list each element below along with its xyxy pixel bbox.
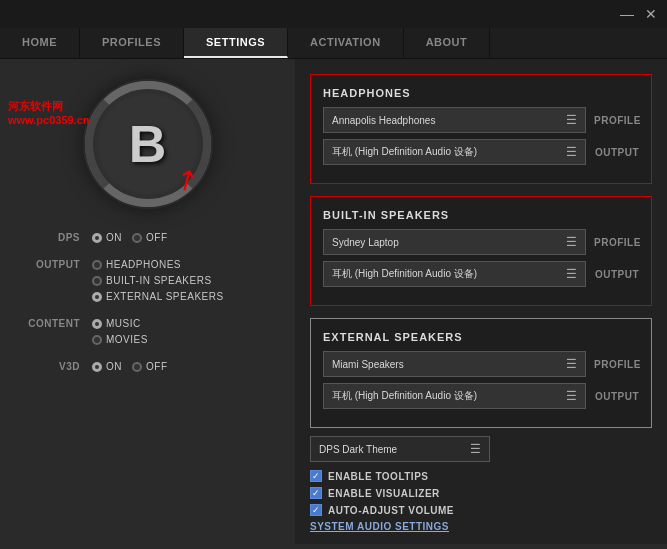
content-music-label: MUSIC (106, 318, 141, 329)
builtin-profile-dropdown-icon: ☰ (566, 235, 577, 249)
content-music-option[interactable]: MUSIC (92, 318, 148, 329)
v3d-on-label: ON (106, 361, 122, 372)
output-external-radio[interactable] (92, 292, 102, 302)
logo-container: B (83, 79, 213, 209)
visualizer-checkbox[interactable]: ✓ (310, 487, 322, 499)
tab-profiles[interactable]: PROFILES (80, 28, 184, 58)
left-panel: 河东软件网 www.pc0359.cn B ↗ DPS ON (0, 59, 295, 544)
v3d-off-option[interactable]: OFF (132, 361, 168, 372)
builtin-profile-value: Sydney Laptop (332, 237, 562, 248)
title-bar: — ✕ (0, 0, 667, 28)
output-radio-group: HEADPHONES BUILT-IN SPEAKERS EXTERNAL SP… (92, 259, 224, 302)
external-output-dropdown[interactable]: 耳机 (High Definition Audio 设备) ☰ (323, 383, 586, 409)
visualizer-checkbox-row: ✓ ENABLE VISUALIZER (310, 487, 652, 499)
visualizer-checkbox-label: ENABLE VISUALIZER (328, 488, 440, 499)
headphones-output-value: 耳机 (High Definition Audio 设备) (332, 145, 562, 159)
v3d-label: V3D (20, 361, 80, 372)
logo-inner-ring: B (98, 94, 198, 194)
builtin-output-row: 耳机 (High Definition Audio 设备) ☰ OUTPUT (323, 261, 639, 287)
autoadjust-checkbox[interactable]: ✓ (310, 504, 322, 516)
headphones-output-dropdown-icon: ☰ (566, 145, 577, 159)
headphones-profile-dropdown[interactable]: Annapolis Headphones ☰ (323, 107, 586, 133)
v3d-on-radio[interactable] (92, 362, 102, 372)
tab-home[interactable]: HOME (0, 28, 80, 58)
tooltips-checkbox-row: ✓ ENABLE TOOLTIPS (310, 470, 652, 482)
nav-tabs: HOME PROFILES SETTINGS ACTIVATION ABOUT (0, 28, 667, 59)
dps-on-label: ON (106, 232, 122, 243)
content-radio-group: MUSIC MOVIES (92, 318, 148, 345)
content-control-row: CONTENT MUSIC MOVIES (20, 315, 275, 348)
content-movies-option[interactable]: MOVIES (92, 334, 148, 345)
builtin-profile-type-label: PROFILE (594, 237, 639, 248)
external-output-dropdown-icon: ☰ (566, 389, 577, 403)
external-speakers-box: EXTERNAL SPEAKERS Miami Speakers ☰ PROFI… (310, 318, 652, 428)
tooltips-check-icon: ✓ (312, 472, 320, 481)
output-external-label: EXTERNAL SPEAKERS (106, 291, 224, 302)
close-button[interactable]: ✕ (643, 6, 659, 22)
theme-dropdown-icon: ☰ (470, 442, 481, 456)
v3d-on-option[interactable]: ON (92, 361, 122, 372)
dps-off-option[interactable]: OFF (132, 232, 168, 243)
dps-off-label: OFF (146, 232, 168, 243)
tooltips-checkbox[interactable]: ✓ (310, 470, 322, 482)
logo-ring: B (83, 79, 213, 209)
output-builtin-radio[interactable] (92, 276, 102, 286)
main-content: 河东软件网 www.pc0359.cn B ↗ DPS ON (0, 59, 667, 544)
external-profile-value: Miami Speakers (332, 359, 562, 370)
right-panel: HEADPHONES Annapolis Headphones ☰ PROFIL… (295, 59, 667, 544)
headphones-output-dropdown[interactable]: 耳机 (High Definition Audio 设备) ☰ (323, 139, 586, 165)
output-headphones-option[interactable]: HEADPHONES (92, 259, 224, 270)
system-audio-link[interactable]: SYSTEM AUDIO SETTINGS (310, 521, 652, 532)
tab-settings[interactable]: SETTINGS (184, 28, 288, 58)
tooltips-checkbox-label: ENABLE TOOLTIPS (328, 471, 428, 482)
headphones-box-label: HEADPHONES (323, 87, 639, 99)
output-builtin-option[interactable]: BUILT-IN SPEAKERS (92, 275, 224, 286)
builtin-speakers-box: BUILT-IN SPEAKERS Sydney Laptop ☰ PROFIL… (310, 196, 652, 306)
autoadjust-check-icon: ✓ (312, 506, 320, 515)
external-output-type-label: OUTPUT (594, 391, 639, 402)
watermark: 河东软件网 www.pc0359.cn (8, 99, 90, 128)
content-label: CONTENT (20, 318, 80, 329)
builtin-output-type-label: OUTPUT (594, 269, 639, 280)
tab-activation[interactable]: ACTIVATION (288, 28, 404, 58)
content-movies-label: MOVIES (106, 334, 148, 345)
output-external-option[interactable]: EXTERNAL SPEAKERS (92, 291, 224, 302)
checkboxes-section: ✓ ENABLE TOOLTIPS ✓ ENABLE VISUALIZER ✓ … (310, 470, 652, 516)
external-output-row: 耳机 (High Definition Audio 设备) ☰ OUTPUT (323, 383, 639, 409)
headphones-box: HEADPHONES Annapolis Headphones ☰ PROFIL… (310, 74, 652, 184)
external-output-value: 耳机 (High Definition Audio 设备) (332, 389, 562, 403)
dps-off-radio[interactable] (132, 233, 142, 243)
headphones-profile-type-label: PROFILE (594, 115, 639, 126)
v3d-off-radio[interactable] (132, 362, 142, 372)
theme-value: DPS Dark Theme (319, 444, 466, 455)
logo-letter: B (129, 114, 167, 174)
theme-row: DPS Dark Theme ☰ (310, 436, 652, 462)
headphones-profile-value: Annapolis Headphones (332, 115, 562, 126)
builtin-output-dropdown[interactable]: 耳机 (High Definition Audio 设备) ☰ (323, 261, 586, 287)
minimize-button[interactable]: — (619, 6, 635, 22)
autoadjust-checkbox-row: ✓ AUTO-ADJUST VOLUME (310, 504, 652, 516)
content-movies-radio[interactable] (92, 335, 102, 345)
output-control-row: OUTPUT HEADPHONES BUILT-IN SPEAKERS EXTE… (20, 256, 275, 305)
external-profile-row: Miami Speakers ☰ PROFILE (323, 351, 639, 377)
headphones-profile-row: Annapolis Headphones ☰ PROFILE (323, 107, 639, 133)
headphones-output-row: 耳机 (High Definition Audio 设备) ☰ OUTPUT (323, 139, 639, 165)
dps-on-radio[interactable] (92, 233, 102, 243)
output-headphones-radio[interactable] (92, 260, 102, 270)
dps-on-option[interactable]: ON (92, 232, 122, 243)
controls-section: DPS ON OFF OUTPUT (0, 229, 295, 385)
autoadjust-checkbox-label: AUTO-ADJUST VOLUME (328, 505, 454, 516)
builtin-speakers-box-label: BUILT-IN SPEAKERS (323, 209, 639, 221)
v3d-control-row: V3D ON OFF (20, 358, 275, 375)
theme-dropdown[interactable]: DPS Dark Theme ☰ (310, 436, 490, 462)
dps-label: DPS (20, 232, 80, 243)
content-music-radio[interactable] (92, 319, 102, 329)
builtin-profile-dropdown[interactable]: Sydney Laptop ☰ (323, 229, 586, 255)
window-controls: — ✕ (619, 6, 659, 22)
external-speakers-box-label: EXTERNAL SPEAKERS (323, 331, 639, 343)
dps-control-row: DPS ON OFF (20, 229, 275, 246)
tab-about[interactable]: ABOUT (404, 28, 491, 58)
builtin-profile-row: Sydney Laptop ☰ PROFILE (323, 229, 639, 255)
external-profile-dropdown[interactable]: Miami Speakers ☰ (323, 351, 586, 377)
builtin-output-dropdown-icon: ☰ (566, 267, 577, 281)
